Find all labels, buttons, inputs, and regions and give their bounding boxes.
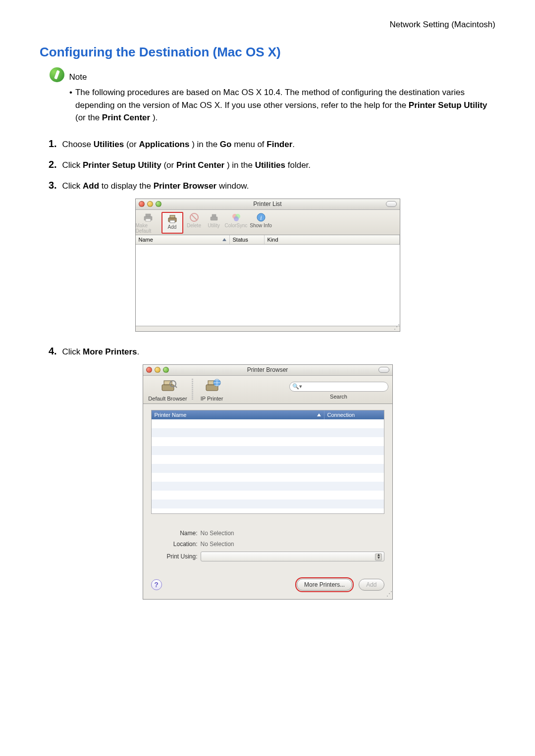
toolbar-label: Add — [168, 224, 177, 230]
toolbar-label: Utility — [208, 223, 219, 228]
toolbar-show-info-button[interactable]: i Show Info — [249, 212, 273, 234]
print-using-row: Print Using: ▲▼ — [151, 552, 384, 561]
page-header-breadcrumb: Network Setting (Macintosh) — [40, 20, 495, 30]
printer-list-window: Printer List Make Default Add Delete — [135, 199, 400, 332]
location-row: Location: No Selection — [151, 541, 384, 548]
toolbar-delete-button[interactable]: Delete — [184, 212, 204, 234]
svg-line-18 — [175, 386, 177, 388]
titlebar[interactable]: Printer List — [136, 199, 400, 210]
location-label: Location: — [151, 541, 201, 548]
utility-icon — [207, 212, 221, 223]
add-button[interactable]: Add — [359, 579, 384, 591]
svg-point-12 — [234, 216, 239, 221]
select-stepper-icon: ▲▼ — [377, 554, 381, 559]
sort-ascending-icon — [222, 238, 226, 241]
delete-icon — [187, 212, 201, 223]
printer-table: Printer Name Connection — [151, 410, 384, 514]
toolbar-toggle-icon[interactable] — [386, 201, 397, 207]
printer-list-body — [136, 245, 400, 326]
step-3: 3. Click Add to display the Printer Brow… — [49, 176, 495, 195]
default-browser-button[interactable]: Default Browser — [147, 378, 189, 402]
help-button[interactable]: ? — [151, 579, 162, 590]
print-using-label: Print Using: — [151, 553, 201, 560]
window-title: Printer Browser — [143, 366, 392, 373]
name-label: Name: — [151, 530, 201, 537]
highlight-more-printers: More Printers... — [295, 577, 354, 592]
column-connection[interactable]: Connection — [324, 410, 384, 419]
toolbar-add-button[interactable]: Add — [161, 212, 183, 234]
svg-rect-8 — [211, 217, 217, 220]
default-browser-icon — [158, 378, 178, 396]
svg-rect-15 — [162, 385, 174, 391]
svg-rect-2 — [146, 219, 151, 221]
toolbar-toggle-icon[interactable] — [378, 367, 389, 373]
svg-rect-5 — [170, 220, 175, 223]
zoom-icon[interactable] — [156, 201, 161, 207]
close-icon[interactable] — [139, 201, 145, 207]
svg-line-7 — [192, 215, 197, 220]
ip-printer-button[interactable]: IP Printer — [196, 378, 228, 402]
search-icon: 🔍▾ — [292, 383, 302, 390]
svg-rect-9 — [212, 214, 216, 217]
note-label: Note — [69, 72, 87, 82]
zoom-icon[interactable] — [163, 367, 169, 373]
window-title: Printer List — [136, 201, 400, 207]
search-label: Search — [330, 394, 347, 400]
toolbar-separator — [192, 379, 193, 401]
printer-icon — [141, 212, 155, 223]
close-icon[interactable] — [146, 367, 152, 373]
step-4: 4. Click More Printers. — [49, 342, 495, 360]
minimize-icon[interactable] — [147, 201, 153, 207]
toolbar-make-default-button[interactable]: Make Default — [136, 212, 160, 234]
info-icon: i — [254, 212, 268, 223]
toolbar-label: Delete — [187, 223, 201, 228]
step-1: 1. Choose Utilities (or Applications ) i… — [49, 134, 495, 153]
svg-rect-4 — [170, 215, 175, 218]
svg-rect-1 — [146, 214, 151, 216]
titlebar[interactable]: Printer Browser — [143, 365, 392, 376]
printer-add-icon — [165, 213, 179, 224]
resize-grip-icon[interactable]: ⋰ — [394, 323, 399, 330]
toolbar-label: ColorSync — [224, 223, 247, 228]
search-input[interactable]: 🔍▾ — [289, 382, 388, 392]
location-value: No Selection — [201, 541, 234, 548]
minimize-icon[interactable] — [155, 367, 160, 373]
column-status[interactable]: Status — [230, 235, 265, 244]
note-icon — [50, 67, 64, 82]
column-printer-name[interactable]: Printer Name — [152, 410, 324, 419]
column-name[interactable]: Name — [136, 235, 230, 244]
ip-printer-icon — [202, 378, 222, 396]
printer-table-body — [152, 419, 384, 512]
note-text: •The following procedures are based on M… — [69, 86, 495, 124]
colorsync-icon — [229, 212, 243, 223]
toolbar-label: Default Browser — [148, 396, 187, 402]
more-printers-button[interactable]: More Printers... — [297, 579, 352, 591]
printer-browser-window: Printer Browser Default Browser IP Print… — [143, 364, 393, 600]
toolbar-label: Show Info — [250, 223, 271, 228]
name-value: No Selection — [201, 530, 234, 537]
svg-text:i: i — [260, 214, 262, 221]
resize-grip-icon[interactable]: ⋰ — [386, 590, 391, 597]
name-row: Name: No Selection — [151, 530, 384, 537]
sort-ascending-icon — [317, 413, 321, 416]
section-title: Configuring the Destination (Mac OS X) — [40, 45, 495, 60]
toolbar-label: Make Default — [136, 223, 160, 234]
column-kind[interactable]: Kind — [265, 235, 400, 244]
step-2: 2. Click Printer Setup Utility (or Print… — [49, 155, 495, 174]
column-header-row: Name Status Kind — [136, 235, 400, 245]
toolbar-label: IP Printer — [201, 396, 223, 402]
toolbar-colorsync-button[interactable]: ColorSync — [224, 212, 249, 234]
toolbar-utility-button[interactable]: Utility — [204, 212, 224, 234]
print-using-select[interactable]: ▲▼ — [201, 552, 384, 561]
